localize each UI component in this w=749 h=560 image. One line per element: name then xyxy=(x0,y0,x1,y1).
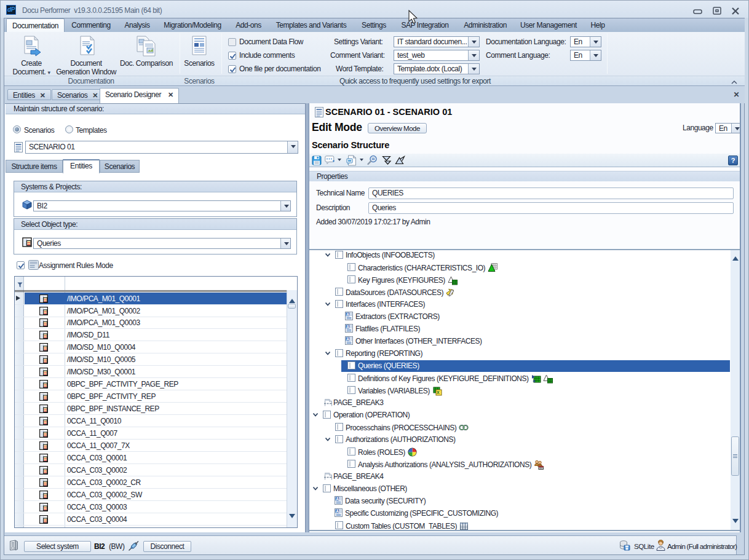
svg-text:A: A xyxy=(346,325,349,329)
svg-text:A: A xyxy=(346,337,349,341)
svg-text:A: A xyxy=(336,509,339,513)
svg-text:A: A xyxy=(346,312,349,317)
svg-text:A: A xyxy=(336,497,339,501)
